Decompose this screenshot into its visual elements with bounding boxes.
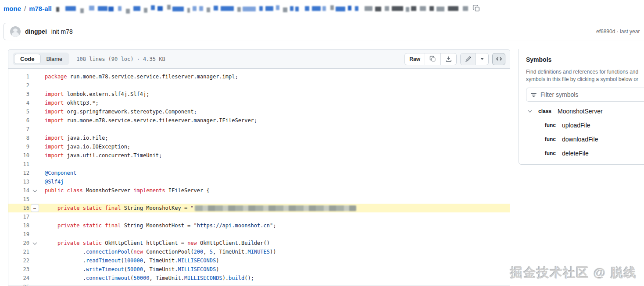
code-text: package run.mone.m78.service.service.fil… [45,72,238,81]
copy-path-icon[interactable] [472,4,480,12]
redacted-block [436,7,444,11]
redacted-block [305,6,309,11]
code-text: private static final String MoonshotKey … [45,204,356,212]
watermark-text: 掘金技术社区 @ 脱线 [510,265,637,281]
symbols-description: Find definitions and references for func… [526,68,644,83]
fold-gutter [29,72,45,81]
redacted-block [348,6,351,11]
redacted-block [144,8,147,13]
redacted-block [133,6,140,11]
fold-gutter [29,265,45,274]
copy-file-button[interactable] [425,53,440,65]
symbol-name[interactable]: uploadFile [562,122,590,129]
code-text: @Component [45,169,76,177]
tree-chevron-icon[interactable] [528,109,532,112]
fold-gutter [29,177,45,186]
redacted-block [283,7,287,12]
fold-chevron-icon[interactable] [33,240,37,245]
expand-ellipsis-button[interactable]: … [31,204,39,212]
commit-sha[interactable]: ef6890d [596,28,615,35]
redacted-block [448,6,458,11]
code-text: import okhttp3.*; [45,99,99,107]
line-number[interactable]: 2 [8,81,29,90]
redacted-block [385,6,389,11]
line-number[interactable]: 8 [8,134,29,142]
line-number[interactable]: 7 [8,125,29,134]
raw-actions-group: Raw [404,53,457,65]
code-line: 12@Component [8,169,510,177]
latest-commit-bar: dingpei init m78 ef6890d · last year [4,23,644,40]
line-number[interactable]: 6 [8,116,29,125]
code-text: import run.mone.m78.service.service.file… [45,116,257,125]
avatar[interactable] [10,26,21,37]
line-number[interactable]: 9 [8,142,29,151]
code-text: import java.io.File; [45,134,108,142]
line-number[interactable]: 1 [8,72,29,81]
fold-gutter [29,160,45,169]
line-number[interactable]: 13 [8,177,29,186]
line-number[interactable]: 21 [8,247,29,256]
redacted-block [375,7,381,11]
line-number[interactable]: 25 [8,282,29,286]
line-number[interactable]: 4 [8,99,29,107]
tab-code[interactable]: Code [14,54,41,64]
tab-blame[interactable]: Blame [41,54,68,64]
symbol-kind-label: class [536,108,551,114]
redacted-block [214,6,218,11]
fold-gutter [29,282,45,286]
download-button[interactable] [440,53,456,65]
redacted-block [276,5,279,10]
redacted-block [463,6,468,11]
redacted-block [392,6,403,11]
line-number[interactable]: 16 [8,204,29,212]
line-number[interactable]: 20 [8,239,29,247]
line-number[interactable]: 22 [8,256,29,265]
line-number[interactable]: 23 [8,265,29,274]
symbols-panel: Symbols Find definitions and references … [519,49,644,165]
line-number[interactable]: 10 [8,151,29,160]
breadcrumb-owner-link[interactable]: mone [4,5,21,12]
line-number[interactable]: 18 [8,221,29,230]
redacted-block [322,6,326,11]
redacted-block [172,7,184,11]
fold-chevron-icon[interactable] [33,188,37,192]
line-number[interactable]: 17 [8,212,29,221]
redacted-secret [195,205,356,211]
raw-button[interactable]: Raw [405,53,425,65]
fold-gutter [29,134,45,142]
edit-dropdown-button[interactable] [476,53,488,65]
symbol-name[interactable]: downloadFile [562,136,598,143]
line-number[interactable]: 24 [8,274,29,282]
line-number[interactable]: 14 [8,186,29,195]
redacted-block [108,7,114,11]
line-number[interactable]: 5 [8,107,29,116]
redacted-block [336,7,345,11]
redacted-block [355,6,358,11]
breadcrumb-repo-link[interactable]: m78-all [29,5,52,12]
symbol-item-MoonshotServer[interactable]: classMoonshotServer [526,104,644,118]
symbol-item-downloadFile[interactable]: funcdownloadFile [526,132,644,146]
line-number[interactable]: 15 [8,195,29,204]
fold-gutter [29,221,45,230]
commit-author[interactable]: dingpei [25,28,47,35]
line-number[interactable]: 19 [8,230,29,239]
code-line: 15 [8,195,510,204]
line-number[interactable]: 12 [8,169,29,177]
filter-symbols-input[interactable]: Filter symbols [526,88,644,102]
code-line: 24 .connectTimeout(50000, TimeUnit.MILLI… [8,274,510,282]
code-line: 2 [8,81,510,90]
symbol-name[interactable]: MoonshotServer [558,108,603,115]
symbol-item-uploadFile[interactable]: funcuploadFile [526,118,644,132]
symbol-name[interactable]: deleteFile [562,150,589,157]
file-toolbar: Code Blame 108 lines (90 loc) · 4.35 KB … [8,49,510,69]
redacted-block [98,6,107,11]
redacted-block [187,8,190,13]
symbol-item-deleteFile[interactable]: funcdeleteFile [526,146,644,160]
redacted-block [193,6,197,11]
code-line: 17 [8,212,510,221]
symbols-pane-toggle-button[interactable] [492,53,505,65]
line-number[interactable]: 3 [8,90,29,99]
edit-button[interactable] [461,53,476,65]
commit-message[interactable]: init m78 [51,28,73,35]
line-number[interactable]: 11 [8,160,29,169]
